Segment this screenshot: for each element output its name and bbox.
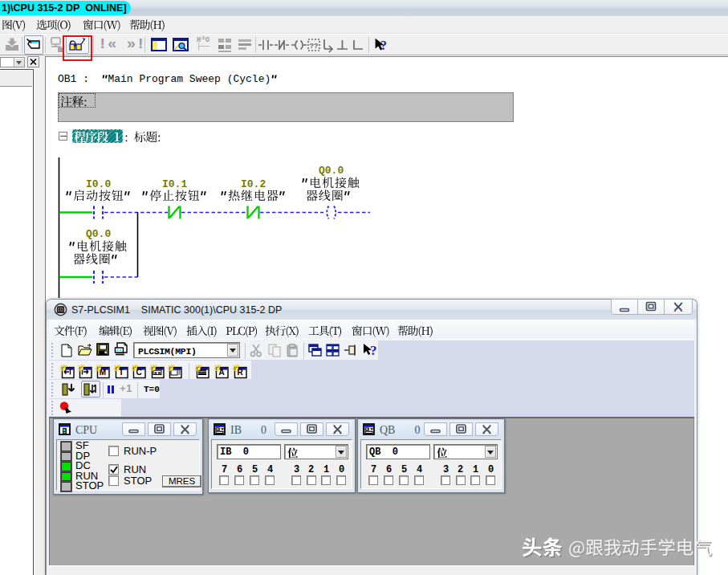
svg-text:?: ? (370, 343, 377, 358)
svg-text:R: R (237, 368, 243, 377)
svg-text:T: T (118, 368, 123, 377)
